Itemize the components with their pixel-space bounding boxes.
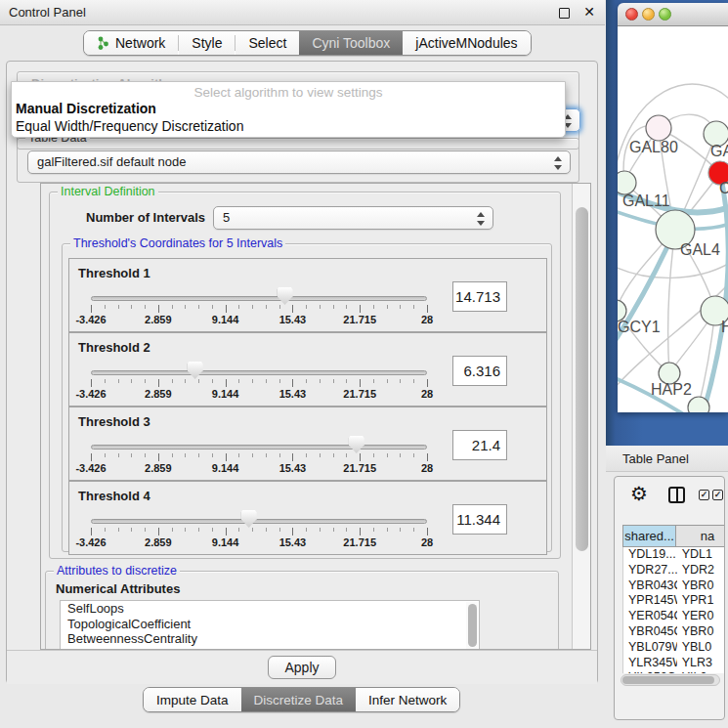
- slider-ticks: [91, 305, 427, 313]
- table-row[interactable]: YPR145WYPR1: [623, 593, 725, 609]
- interval-definition-label: Interval Definition: [58, 185, 158, 198]
- numerical-attributes-list[interactable]: SelfLoopsTopologicalCoefficientBetweenne…: [60, 600, 480, 650]
- tab-network[interactable]: Network: [84, 31, 178, 55]
- dropdown-option-manual-discretization[interactable]: Manual Discretization: [16, 101, 156, 116]
- table-cell-shared-name: YBL079W: [623, 640, 677, 656]
- slider-ticks: [91, 528, 427, 535]
- threshold-value-field[interactable]: 21.4: [452, 430, 507, 460]
- slider-thumb[interactable]: [278, 287, 293, 305]
- attributes-scrollbar[interactable]: [466, 602, 478, 650]
- settings-vertical-scrollbar[interactable]: [572, 184, 590, 649]
- gear-icon[interactable]: ⚙: [630, 482, 648, 505]
- table-cell-shared-name: YDL19...: [623, 547, 677, 563]
- table-row[interactable]: YBR043CYBR0: [623, 578, 725, 594]
- threshold-value-field[interactable]: 11.344: [452, 504, 507, 535]
- tab-style[interactable]: Style: [179, 31, 235, 55]
- table-row[interactable]: YDL19...YDL1: [623, 547, 725, 563]
- bottom-tab-bar: Impute Data Discretize Data Infer Networ…: [143, 687, 460, 712]
- network-edge[interactable]: [668, 230, 675, 373]
- network-node-label: C: [719, 180, 728, 196]
- table-cell-name: YBL0: [677, 640, 725, 656]
- attribute-list-item[interactable]: SelfLoops: [61, 601, 479, 617]
- tab-select[interactable]: Select: [236, 31, 299, 55]
- table-row[interactable]: YER054CYER0: [623, 609, 725, 624]
- tab-discretize-data[interactable]: Discretize Data: [241, 688, 357, 711]
- slider-thumb[interactable]: [349, 436, 364, 453]
- network-node[interactable]: [688, 397, 709, 412]
- threshold-label: Threshold 2: [78, 340, 150, 355]
- dropdown-option-equal-width[interactable]: Equal Width/Frequency Discretization: [16, 118, 243, 134]
- column-header-name[interactable]: na: [676, 525, 725, 547]
- table-data-group: Table Data galFiltered.sif default node: [17, 138, 579, 183]
- tab-impute-data[interactable]: Impute Data: [144, 688, 241, 711]
- network-edge[interactable]: [618, 263, 728, 278]
- table-cell-name: YER0: [677, 609, 725, 624]
- numerical-attributes-label: Numerical Attributes: [56, 581, 180, 596]
- tab-infer-network-label: Infer Network: [368, 693, 447, 707]
- table-cell-shared-name: YER054C: [623, 609, 677, 624]
- attribute-list-item[interactable]: BetweennessCentrality: [61, 631, 479, 647]
- tab-infer-network[interactable]: Infer Network: [356, 688, 459, 711]
- tab-jactivemnodules[interactable]: jActiveMNodules: [403, 31, 530, 55]
- slider-ticks: [91, 453, 427, 461]
- dropdown-hint: Select algorithm to view settings: [12, 85, 565, 100]
- table-row[interactable]: YIL052CYIL0: [623, 670, 725, 673]
- combo-stepper-icon: [477, 211, 486, 227]
- column-layout-icon[interactable]: [668, 487, 685, 503]
- cyni-toolbox-frame: Discretization Algorithm Select algorith…: [6, 61, 598, 684]
- threshold-value-field[interactable]: 14.713: [452, 281, 507, 312]
- slider-thumb[interactable]: [188, 362, 203, 379]
- slider-track[interactable]: [91, 296, 427, 301]
- checkbox-icon[interactable]: ✓: [699, 490, 709, 500]
- table-horizontal-scrollbar[interactable]: [621, 674, 720, 686]
- table-data-combobox[interactable]: galFiltered.sif default node: [27, 150, 571, 174]
- table-panel-frame: ⚙ ✓ ✓ shared... na YDL19...YDL1YDR27...Y…: [614, 476, 725, 720]
- settings-scroll-viewport: Interval Definition Number of Intervals …: [40, 183, 591, 650]
- checkbox-icon[interactable]: ✓: [712, 490, 723, 500]
- close-icon[interactable]: ✕: [583, 4, 595, 20]
- tab-cyni-toolbox[interactable]: Cyni Toolbox: [299, 31, 403, 55]
- slider-thumb[interactable]: [241, 510, 257, 528]
- network-node-label: GAL4: [680, 241, 720, 258]
- network-node-label: GAL80: [629, 139, 678, 155]
- table-row[interactable]: YBL079WYBL0: [623, 640, 725, 656]
- float-window-icon[interactable]: [559, 8, 570, 19]
- slider-track[interactable]: [91, 445, 427, 450]
- slider-track[interactable]: [91, 519, 427, 524]
- network-view-window: GAL80GACGAL11GAL4GCY1HHAP2: [618, 3, 728, 412]
- attributes-group-label: Attributes to discretize: [54, 564, 180, 578]
- zoom-traffic-light-icon[interactable]: [659, 8, 671, 21]
- number-of-intervals-label: Number of Intervals: [86, 210, 205, 225]
- threshold-label: Threshold 1: [78, 266, 150, 280]
- threshold-panel: Threshold 4-3.4262.8599.14415.4321.71528…: [68, 481, 547, 555]
- table-row[interactable]: YDR27...YDR2: [623, 563, 725, 578]
- thresholds-group: Threshold's Coordinates for 5 Intervals …: [62, 243, 552, 552]
- close-traffic-light-icon[interactable]: [625, 8, 638, 21]
- apply-button[interactable]: Apply: [268, 656, 336, 679]
- table-row[interactable]: YLR345WYLR3: [623, 656, 725, 671]
- slider-scale-labels: -3.4262.8599.14415.4321.71528: [91, 388, 427, 400]
- table-cell-name: YBR0: [677, 578, 725, 594]
- table-row[interactable]: YBR045CYBR0: [623, 624, 725, 640]
- node-table: shared... na YDL19...YDL1YDR27...YDR2YBR…: [622, 525, 725, 673]
- minimize-traffic-light-icon[interactable]: [642, 8, 655, 21]
- network-node[interactable]: [646, 115, 671, 141]
- column-header-shared[interactable]: shared...: [622, 525, 676, 547]
- combo-stepper-icon: [554, 155, 563, 171]
- network-node-label: GA: [710, 143, 728, 159]
- table-data-value: galFiltered.sif default node: [37, 154, 186, 169]
- network-node-label: GAL11: [622, 193, 670, 209]
- number-of-intervals-combobox[interactable]: 5: [213, 206, 493, 230]
- network-node[interactable]: [618, 171, 636, 194]
- attribute-list-item[interactable]: TopologicalCoefficient: [61, 617, 479, 632]
- slider-scale-labels: -3.4262.8599.14415.4321.71528: [91, 314, 427, 325]
- number-of-intervals-value: 5: [223, 210, 230, 225]
- slider-track[interactable]: [91, 370, 427, 375]
- network-canvas[interactable]: GAL80GACGAL11GAL4GCY1HHAP2: [618, 26, 728, 412]
- table-panel-titlebar: Table Panel: [606, 446, 728, 472]
- threshold-value-field[interactable]: 6.316: [452, 356, 507, 386]
- tab-network-label: Network: [115, 35, 165, 51]
- table-header-row: shared... na: [622, 525, 725, 547]
- tab-discretize-data-label: Discretize Data: [254, 693, 344, 707]
- tab-select-label: Select: [248, 35, 286, 51]
